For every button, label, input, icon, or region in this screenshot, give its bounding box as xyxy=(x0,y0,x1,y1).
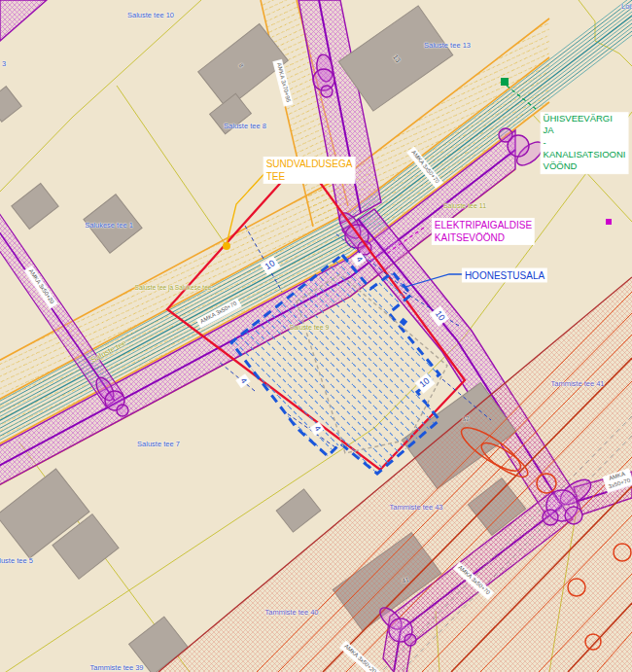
building xyxy=(0,87,21,122)
building xyxy=(276,489,321,532)
building xyxy=(210,93,252,133)
electric-marker-square xyxy=(606,219,612,225)
map-artwork xyxy=(0,0,632,672)
boundary-point-blue xyxy=(400,318,407,326)
sundvaldus-marker-dot xyxy=(223,242,230,250)
water-marker-square xyxy=(501,78,509,86)
building xyxy=(84,195,142,254)
planning-map-canvas[interactable]: Saluste tee 10Saluste tee 13Saluste tee … xyxy=(0,0,632,672)
building xyxy=(12,183,58,229)
